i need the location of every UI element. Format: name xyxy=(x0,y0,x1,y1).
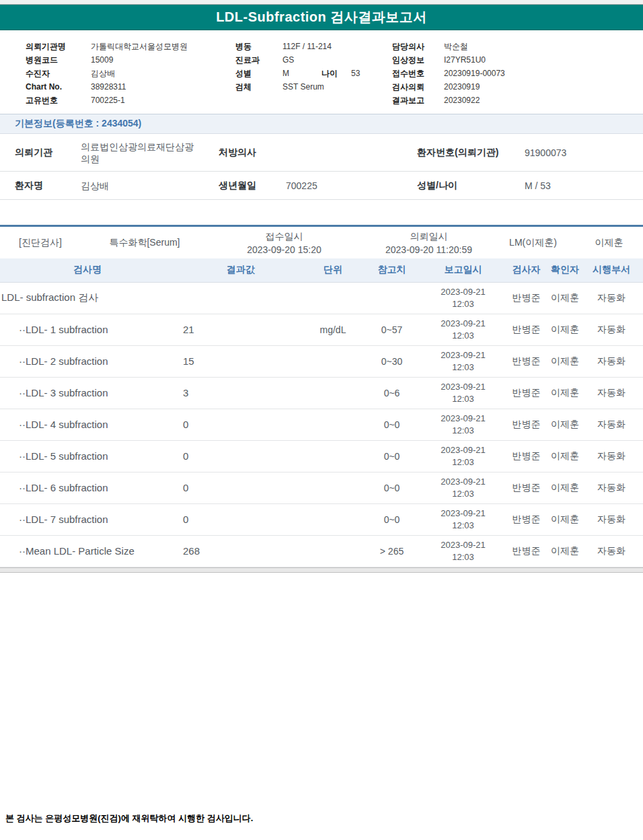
unit xyxy=(306,409,360,440)
field-value: 의료법인삼광의료재단삼광의원 xyxy=(81,141,219,165)
field-value: I27YR51U0 xyxy=(444,55,486,65)
result-value xyxy=(175,282,306,314)
field-value: GS xyxy=(282,55,294,65)
table-row: ··LDL- 6 subfraction 0 0~0 2023-09-2112:… xyxy=(0,472,643,503)
reference-range: 0~0 xyxy=(360,440,424,472)
table-row: ··LDL- 7 subfraction 0 0~0 2023-09-2112:… xyxy=(0,503,643,535)
request-label: 의뢰일시 xyxy=(410,231,448,242)
report-datetime: 2023-09-2112:03 xyxy=(424,409,502,440)
results-header-row: 검사명 결과값 단위 참고치 보고일시 검사자 확인자 시행부서 xyxy=(0,258,643,282)
reference-range xyxy=(360,282,424,314)
field-label: 환자번호(의뢰기관) xyxy=(417,147,525,159)
table-row: ··LDL- 2 subfraction 15 0~30 2023-09-211… xyxy=(0,345,643,377)
report-datetime: 2023-09-2112:03 xyxy=(424,472,502,503)
basic-info-section-bar: 기본정보(등록번호 : 2434054) xyxy=(0,114,643,134)
table-row: LDL- subfraction 검사 2023-09-2112:03 반병준 … xyxy=(0,282,643,314)
confirmer: 이제훈 xyxy=(550,409,580,440)
request-datetime: 의뢰일시 2023-09-20 11:20:59 xyxy=(367,230,491,256)
result-value: 0 xyxy=(175,503,306,535)
field-label: 병동 xyxy=(235,41,282,53)
field-label: 의뢰기관명 xyxy=(26,41,91,53)
field-label: 나이 xyxy=(322,68,351,79)
unit xyxy=(306,472,360,503)
field-label: 접수번호 xyxy=(392,68,444,79)
unit xyxy=(306,440,360,472)
result-value: 21 xyxy=(175,314,306,345)
top-strip xyxy=(0,0,643,5)
receipt-value: 2023-09-20 15:20 xyxy=(247,244,322,255)
section-dept: [진단검사] xyxy=(0,237,87,249)
report-datetime: 2023-09-2112:03 xyxy=(424,535,502,567)
reference-range: 0~0 xyxy=(360,409,424,440)
result-value: 3 xyxy=(175,377,306,409)
receipt-datetime: 접수일시 2023-09-20 15:20 xyxy=(202,230,367,256)
confirmer: 이제훈 xyxy=(550,314,580,345)
result-value: 0 xyxy=(175,440,306,472)
spacer xyxy=(0,200,643,225)
field-label: 환자명 xyxy=(0,180,81,192)
field-value: 박순철 xyxy=(444,41,468,53)
result-value: 15 xyxy=(175,345,306,377)
col-header-confirmer: 확인자 xyxy=(550,258,580,282)
field-value: 김상배 xyxy=(81,180,219,192)
tester: 반병준 xyxy=(502,440,550,472)
unit xyxy=(306,535,360,567)
header-info-middle: 병동 112F / 11-214 진료과 GS 성별 M 나이 53 검체 SS… xyxy=(235,40,392,107)
col-header-report-datetime: 보고일시 xyxy=(424,258,502,282)
header-field: 고유번호 700225-1 xyxy=(26,94,235,107)
field-value: 38928311 xyxy=(91,82,126,92)
field-label: 고유번호 xyxy=(26,95,91,106)
table-row: ··LDL- 3 subfraction 3 0~6 2023-09-2112:… xyxy=(0,377,643,409)
tester: 반병준 xyxy=(502,409,550,440)
col-header-tester: 검사자 xyxy=(502,258,550,282)
confirmer: 이제훈 xyxy=(550,535,580,567)
test-name: ··LDL- 4 subfraction xyxy=(0,409,175,440)
col-header-dept: 시행부서 xyxy=(580,258,643,282)
field-label: 성별/나이 xyxy=(417,180,525,192)
report-datetime: 2023-09-2112:03 xyxy=(424,377,502,409)
table-row: ··LDL- 1 subfraction 21 mg/dL 0~57 2023-… xyxy=(0,314,643,345)
request-value: 2023-09-20 11:20:59 xyxy=(385,244,472,255)
header-field: 병동 112F / 11-214 xyxy=(235,40,392,53)
performing-dept: 자동화 xyxy=(580,282,643,314)
field-value: 20230919-00073 xyxy=(444,69,505,78)
field-value: 53 xyxy=(351,69,360,78)
performing-dept: 자동화 xyxy=(580,409,643,440)
field-label: 담당의사 xyxy=(392,41,444,53)
test-name: ··LDL- 1 subfraction xyxy=(0,314,175,345)
field-value: 20230922 xyxy=(444,96,480,105)
field-label: 성별 xyxy=(235,68,282,79)
report-datetime: 2023-09-2112:03 xyxy=(424,282,502,314)
field-label: 처방의사 xyxy=(219,147,286,159)
header-field: 검체 SST Serum xyxy=(235,80,392,94)
report-page: LDL-Subfraction 검사결과보고서 의뢰기관명 가톨릭대학교서울성모… xyxy=(0,0,643,840)
col-header-unit: 단위 xyxy=(306,258,360,282)
result-value: 0 xyxy=(175,409,306,440)
field-value: 112F / 11-214 xyxy=(282,42,332,51)
tester: 반병준 xyxy=(502,282,550,314)
col-header-result: 결과값 xyxy=(175,258,306,282)
performing-dept: 자동화 xyxy=(580,472,643,503)
diagnostic-section-row: [진단검사] 특수화학[Serum] 접수일시 2023-09-20 15:20… xyxy=(0,225,643,258)
test-name: ··LDL- 5 subfraction xyxy=(0,440,175,472)
confirmer: 이제훈 xyxy=(550,345,580,377)
header-field: 병원코드 15009 xyxy=(26,53,235,67)
receipt-label: 접수일시 xyxy=(266,231,303,242)
report-datetime: 2023-09-2112:03 xyxy=(424,440,502,472)
reference-range: 0~6 xyxy=(360,377,424,409)
field-value: M / 53 xyxy=(525,180,643,191)
field-label: 검사의뢰 xyxy=(392,81,444,93)
reference-range: 0~30 xyxy=(360,345,424,377)
unit: mg/dL xyxy=(306,314,360,345)
section-category: 특수화학[Serum] xyxy=(87,237,202,249)
section-lm: LM(이제훈) xyxy=(491,237,575,249)
test-name: ··LDL- 7 subfraction xyxy=(0,503,175,535)
reference-range: 0~0 xyxy=(360,472,424,503)
field-value: 91900073 xyxy=(525,147,643,158)
tester: 반병준 xyxy=(502,377,550,409)
results-table: 검사명 결과값 단위 참고치 보고일시 검사자 확인자 시행부서 LDL- su… xyxy=(0,258,643,567)
tester: 반병준 xyxy=(502,314,550,345)
header-field: 검사의뢰 20230919 xyxy=(392,80,643,94)
header-info-right: 담당의사 박순철 임상정보 I27YR51U0 접수번호 20230919-00… xyxy=(392,40,643,107)
test-name: ··Mean LDL- Particle Size xyxy=(0,535,175,567)
